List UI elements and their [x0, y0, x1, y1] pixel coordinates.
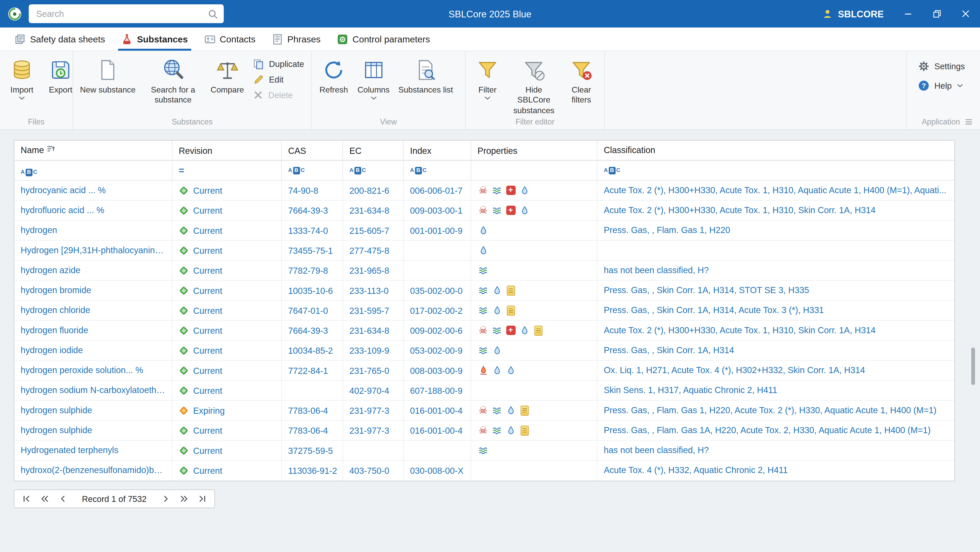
- duplicate-button[interactable]: Duplicate: [253, 59, 304, 70]
- column-header-classification[interactable]: Classification: [597, 140, 955, 160]
- table-row[interactable]: hydrocyanic acid ... %Current74-90-8200-…: [14, 181, 954, 200]
- substance-name-cell[interactable]: hydrofluoric acid ... %: [14, 200, 172, 220]
- previous-record-button[interactable]: [54, 491, 72, 507]
- column-header-label: EC: [349, 145, 361, 155]
- filter-cell-index[interactable]: ABC: [404, 161, 471, 180]
- refresh-button[interactable]: Refresh: [314, 52, 353, 95]
- table-row[interactable]: Hydrogenated terphenylsCurrent37275-59-5…: [14, 441, 954, 461]
- close-button[interactable]: [951, 0, 980, 28]
- columns-button[interactable]: Columns: [353, 52, 394, 100]
- compare-button[interactable]: Compare: [206, 52, 248, 95]
- export-label: Export: [49, 85, 72, 95]
- column-header-cas[interactable]: CAS: [282, 140, 343, 160]
- substance-name-cell[interactable]: hydrogen sulphide: [14, 421, 172, 440]
- ribbon-spacer: [605, 51, 907, 130]
- tab-safety-data-sheets[interactable]: Safety data sheets: [6, 28, 113, 51]
- filter-cell-name[interactable]: ABC: [14, 161, 172, 180]
- edit-button[interactable]: Edit: [253, 74, 304, 85]
- ec-cell: 200-821-6: [343, 181, 404, 200]
- table-row[interactable]: hydroxo(2-(benzenesulfonamido)be...Curre…: [14, 461, 954, 481]
- table-row[interactable]: hydrofluoric acid ... %Current7664-39-32…: [14, 200, 954, 221]
- last-record-button[interactable]: [193, 491, 211, 507]
- filter-cell-cas[interactable]: ABC: [282, 161, 343, 180]
- tab-contacts[interactable]: Contacts: [196, 28, 264, 51]
- revision-status-diamond-icon: [180, 366, 188, 375]
- user-account-button[interactable]: SBLCORE: [822, 8, 884, 19]
- filter-cell-revision[interactable]: =: [172, 161, 282, 180]
- filter-cell-classification[interactable]: ABC: [597, 161, 955, 180]
- environment-hazard-icon: [477, 265, 489, 276]
- menu-icon[interactable]: [965, 119, 972, 125]
- minimize-button[interactable]: [894, 0, 923, 28]
- substance-name-cell[interactable]: hydrogen sulphide: [14, 401, 172, 420]
- cas-cell: 113036-91-2: [282, 461, 343, 481]
- clear-filters-button[interactable]: Clear filters: [561, 52, 602, 105]
- tab-phrases[interactable]: Phrases: [264, 28, 329, 51]
- table-row[interactable]: Hydrogen [29H,31H-phthalocyanine...Curre…: [14, 241, 954, 261]
- filter-button[interactable]: Filter: [468, 52, 507, 100]
- table-row[interactable]: hydrogen azideCurrent7782-79-8231-965-8h…: [14, 261, 954, 281]
- column-header-name[interactable]: Name: [14, 140, 172, 160]
- restore-button[interactable]: [923, 0, 951, 28]
- substances-list-button[interactable]: Substances list: [394, 52, 457, 95]
- substance-name-cell[interactable]: hydroxo(2-(benzenesulfonamido)be...: [14, 461, 172, 481]
- help-button[interactable]: ? Help: [918, 80, 963, 91]
- substance-name-cell[interactable]: hydrogen iodide: [14, 340, 172, 360]
- vertical-scrollbar[interactable]: [970, 141, 976, 546]
- table-row[interactable]: hydrogen sodium N-carboxylatoethy...Curr…: [14, 380, 954, 401]
- substance-name-cell[interactable]: Hydrogenated terphenyls: [14, 441, 172, 460]
- substance-name-cell[interactable]: hydrogen: [14, 221, 172, 240]
- first-record-button[interactable]: [18, 491, 35, 507]
- next-record-button[interactable]: [157, 491, 175, 507]
- column-header-ec[interactable]: EC: [343, 140, 404, 160]
- hide-sblcore-substances-button[interactable]: Hide SBLCore substances: [507, 52, 561, 115]
- new-substance-button[interactable]: New substance: [76, 52, 140, 95]
- properties-cell: [471, 241, 597, 260]
- substance-name-cell[interactable]: hydrogen chloride: [14, 301, 172, 320]
- substance-name-cell[interactable]: hydrogen sodium N-carboxylatoethy...: [14, 380, 172, 400]
- cas-cell: 73455-75-1: [282, 241, 343, 260]
- column-header-revision[interactable]: Revision: [172, 140, 282, 160]
- table-row[interactable]: hydrogen sulphideExpiring7783-06-4231-97…: [14, 401, 954, 421]
- table-filter-row: ABC = ABC ABC ABC ABC: [14, 161, 954, 181]
- tab-control-parameters[interactable]: Control parameters: [329, 28, 438, 51]
- tab-substances[interactable]: Substances: [113, 28, 196, 51]
- table-row[interactable]: hydrogen bromideCurrent10035-10-6233-113…: [14, 281, 954, 301]
- substance-name-cell[interactable]: hydrogen bromide: [14, 281, 172, 300]
- settings-button[interactable]: Settings: [918, 60, 965, 72]
- compare-label: Compare: [210, 85, 244, 95]
- table-row[interactable]: hydrogen peroxide solution... %Current77…: [14, 361, 954, 380]
- revision-text: Current: [193, 466, 222, 476]
- revision-text: Current: [193, 305, 222, 315]
- chevron-down-icon: [484, 96, 490, 100]
- properties-cell: ☠: [471, 401, 597, 420]
- table-row[interactable]: hydrogen fluorideCurrent7664-39-3231-634…: [14, 321, 954, 340]
- table-row[interactable]: hydrogen iodideCurrent10034-85-2233-109-…: [14, 340, 954, 361]
- import-button[interactable]: Import: [3, 52, 41, 100]
- table-row[interactable]: hydrogen chlorideCurrent7647-01-0231-595…: [14, 301, 954, 320]
- filter-label: Filter: [478, 85, 496, 95]
- filter-cell-ec[interactable]: ABC: [343, 161, 404, 180]
- global-search-box[interactable]: [29, 4, 224, 23]
- tab-label: Safety data sheets: [30, 34, 105, 44]
- substance-name-cell[interactable]: hydrogen azide: [14, 261, 172, 280]
- substance-name-cell[interactable]: hydrocyanic acid ... %: [14, 181, 172, 200]
- revision-cell: Current: [172, 221, 282, 240]
- revision-cell: Current: [172, 421, 282, 440]
- column-header-index[interactable]: Index: [404, 140, 471, 160]
- table-row[interactable]: hydrogen sulphideCurrent7783-06-4231-977…: [14, 421, 954, 441]
- cas-cell: 7782-79-8: [282, 261, 343, 280]
- scrollbar-thumb[interactable]: [971, 348, 975, 385]
- substance-name-cell[interactable]: hydrogen peroxide solution... %: [14, 361, 172, 380]
- substance-name-cell[interactable]: hydrogen fluoride: [14, 321, 172, 340]
- substance-name-cell[interactable]: Hydrogen [29H,31H-phthalocyanine...: [14, 241, 172, 260]
- search-input[interactable]: [36, 9, 207, 19]
- next-page-button[interactable]: [175, 491, 193, 507]
- table-row[interactable]: hydrogenCurrent1333-74-0215-605-7001-001…: [14, 221, 954, 240]
- delete-button[interactable]: Delete: [253, 90, 304, 100]
- filter-cell-properties[interactable]: [471, 161, 597, 180]
- column-header-properties[interactable]: Properties: [471, 140, 597, 160]
- search-substance-button[interactable]: Search for a substance: [140, 52, 206, 105]
- revision-cell: Current: [172, 261, 282, 280]
- previous-page-button[interactable]: [35, 491, 54, 507]
